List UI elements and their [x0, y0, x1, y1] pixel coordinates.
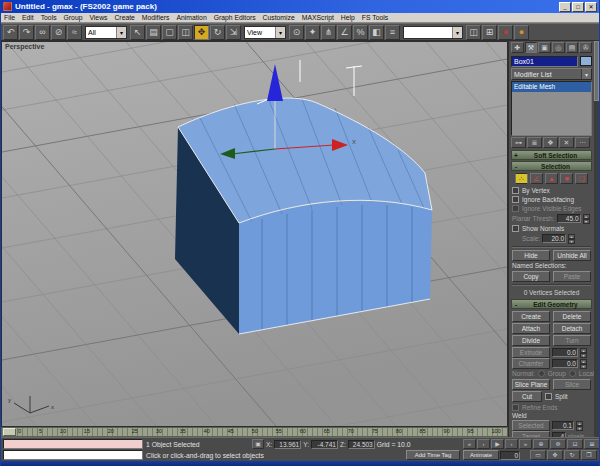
current-frame-field[interactable]: 0 [500, 451, 520, 460]
copy-button[interactable]: Copy [512, 271, 550, 282]
utilities-tab[interactable]: ✇ [579, 42, 592, 53]
checkbox-box[interactable] [512, 187, 519, 194]
named-selection-sets-dropdown[interactable]: ▾ [403, 26, 463, 39]
zoom-extents-icon[interactable]: ⊡ [567, 439, 583, 449]
cut-button[interactable]: Cut [512, 391, 542, 402]
menu-item[interactable]: Views [89, 14, 107, 21]
lock-selection-icon[interactable]: ▣ [252, 439, 264, 449]
select-and-move-icon[interactable]: ✥ [194, 25, 209, 40]
display-tab[interactable]: ▤ [566, 42, 579, 53]
menu-item[interactable]: Group [64, 14, 83, 21]
slice-plane-button[interactable]: Slice Plane [512, 379, 550, 390]
modify-tab[interactable]: ⚒ [525, 42, 538, 53]
pin-stack-icon[interactable]: ⊶ [511, 137, 526, 148]
play-button[interactable]: ▶ [491, 439, 504, 449]
select-and-manipulate-icon[interactable]: ✦ [305, 25, 320, 40]
menu-item[interactable]: File [4, 14, 15, 21]
remove-modifier-icon[interactable]: ✕ [559, 137, 574, 148]
ignore-backfacing-checkbox[interactable]: Ignore Backfacing [512, 195, 591, 204]
spinner-arrows[interactable]: ▴▾ [580, 359, 587, 368]
configure-button-sets-icon[interactable]: ⋯ [575, 137, 590, 148]
show-end-result-icon[interactable]: ≣ [527, 137, 542, 148]
select-by-name-icon[interactable]: ▤ [146, 25, 161, 40]
time-slider-handle[interactable] [3, 428, 16, 436]
select-and-rotate-icon[interactable]: ↻ [210, 25, 225, 40]
maximize-button[interactable]: □ [572, 2, 584, 12]
region-zoom-icon[interactable]: ▭ [530, 450, 546, 460]
hide-button[interactable]: Hide [512, 250, 550, 261]
z-coord-field[interactable]: 24.503 [348, 440, 375, 449]
checkbox-box[interactable] [512, 225, 519, 232]
menu-item[interactable]: Edit [22, 14, 34, 21]
minimize-button[interactable]: _ [559, 2, 571, 12]
chevron-down-icon[interactable]: ▾ [581, 69, 591, 79]
use-pivot-center-icon[interactable]: ⊙ [289, 25, 304, 40]
go-to-end-button[interactable]: » [519, 439, 532, 449]
vertex-icon[interactable]: ∴ [515, 173, 528, 184]
percent-snap-icon[interactable]: % [353, 25, 368, 40]
split-checkbox[interactable] [545, 393, 552, 400]
unhide-all-button[interactable]: Unhide All [553, 250, 591, 261]
menu-item[interactable]: FS Tools [362, 14, 388, 21]
by-vertex-checkbox[interactable]: By Vertex [512, 186, 591, 195]
hierarchy-tab[interactable]: ▣ [538, 42, 551, 53]
macro-recorder-field[interactable] [3, 439, 143, 449]
title-bar[interactable]: Untitled - gmax - (FS2002 game pack) _ □… [1, 0, 599, 13]
redo-icon[interactable]: ↷ [19, 25, 34, 40]
rollout-soft-selection[interactable]: + Soft Selection [511, 150, 592, 160]
viewport-label[interactable]: Perspective [5, 43, 44, 50]
spinner-arrows[interactable]: ▴▾ [576, 421, 583, 430]
snap-toggle-icon[interactable]: ⋔ [321, 25, 336, 40]
select-object-icon[interactable]: ↖ [130, 25, 145, 40]
track-view-icon[interactable]: ◫ [466, 25, 481, 40]
chevron-down-icon[interactable]: ▾ [452, 27, 462, 38]
perspective-viewport[interactable]: X x y Perspective [1, 41, 508, 427]
face-icon[interactable]: ▲ [545, 173, 558, 184]
zoom-all-icon[interactable]: ⊛ [550, 439, 566, 449]
min-max-toggle-icon[interactable]: ❒ [581, 450, 597, 460]
weld-threshold-field[interactable]: 0.1 [552, 421, 574, 430]
create-tab[interactable]: ✚ [511, 42, 524, 53]
rollout-selection[interactable]: - Selection [511, 161, 592, 171]
modifier-stack-list[interactable]: Editable Mesh [511, 81, 592, 136]
render-icon[interactable]: ● [514, 25, 529, 40]
material-navigator-icon[interactable]: ● [498, 25, 513, 40]
menu-item[interactable]: MAXScript [302, 14, 334, 21]
menu-item[interactable]: Help [341, 14, 355, 21]
menu-item[interactable]: Tools [41, 14, 57, 21]
weld-target-field[interactable]: 4 [552, 432, 566, 437]
rollout-collapse-icon[interactable]: - [512, 301, 520, 308]
panel-scrollbar[interactable] [594, 41, 599, 437]
menu-item[interactable]: Modifiers [142, 14, 170, 21]
listener-field[interactable] [3, 450, 143, 460]
make-unique-icon[interactable]: ❖ [543, 137, 558, 148]
animate-button[interactable]: Animate [463, 450, 499, 460]
edge-icon[interactable]: ∠ [530, 173, 543, 184]
close-button[interactable]: ✕ [585, 2, 597, 12]
menu-item[interactable]: Graph Editors [214, 14, 256, 21]
track-bar[interactable]: 0510152025303540455055606570758085909510… [1, 427, 508, 437]
delete-button[interactable]: Delete [553, 311, 591, 322]
rectangular-selection-icon[interactable]: ▢ [162, 25, 177, 40]
divide-button[interactable]: Divide [512, 335, 550, 346]
rollout-edit-geometry[interactable]: - Edit Geometry [511, 299, 592, 309]
reference-coordinate-dropdown[interactable]: View▾ [244, 26, 286, 39]
menu-item[interactable]: Create [114, 14, 134, 21]
modifier-list-dropdown[interactable]: Modifier List ▾ [511, 68, 592, 80]
select-and-link-icon[interactable]: ∞ [35, 25, 50, 40]
arc-rotate-icon[interactable]: ↻ [564, 450, 580, 460]
object-name-field[interactable]: Box01 [511, 56, 578, 67]
selection-filter-dropdown[interactable]: All▾ [85, 26, 127, 39]
mirror-icon[interactable]: ◧ [369, 25, 384, 40]
go-to-start-button[interactable]: « [463, 439, 476, 449]
panel-scrollbar-thumb[interactable] [594, 41, 599, 101]
angle-snap-icon[interactable]: ∠ [337, 25, 352, 40]
chevron-down-icon[interactable]: ▾ [275, 27, 285, 38]
zoom-icon[interactable]: ⊕ [533, 439, 549, 449]
rollout-collapse-icon[interactable]: - [512, 163, 520, 170]
rollout-expand-icon[interactable]: + [512, 152, 520, 159]
bind-to-spacewarp-icon[interactable]: ≈ [67, 25, 82, 40]
next-frame-button[interactable]: › [505, 439, 518, 449]
zoom-extents-all-icon[interactable]: ⊞ [584, 439, 600, 449]
pan-icon[interactable]: ✥ [547, 450, 563, 460]
